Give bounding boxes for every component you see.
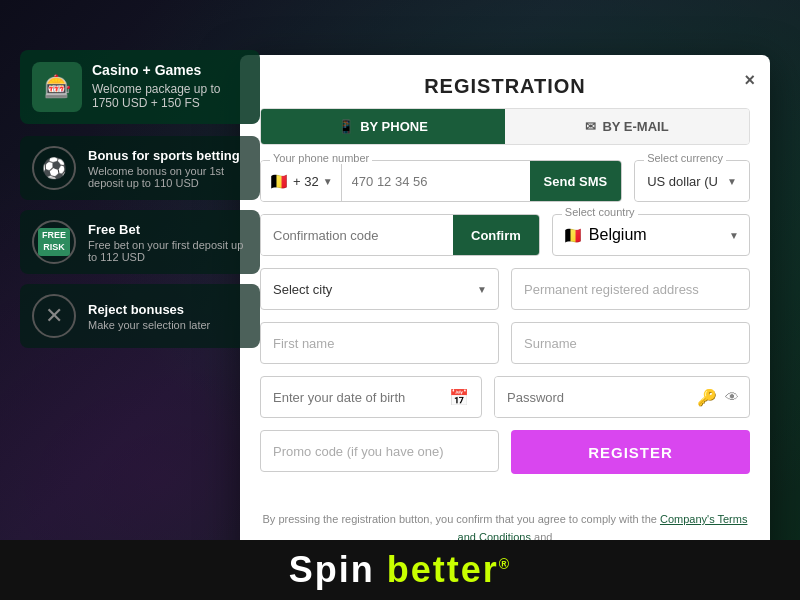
phone-label: Your phone number	[270, 152, 372, 164]
surname-input[interactable]	[511, 322, 750, 364]
phone-number-input[interactable]	[342, 161, 530, 201]
freebet-desc: Free bet on your first deposit up to 112…	[88, 239, 248, 263]
calendar-icon[interactable]: 📅	[449, 388, 469, 407]
bonus-reject[interactable]: ✕ Reject bonuses Make your selection lat…	[20, 284, 260, 348]
confirm-input-wrap: Confirm	[260, 214, 540, 256]
tab-email[interactable]: ✉ BY E-MAIL	[505, 109, 749, 144]
casino-subtitle: Welcome package up to 1750 USD + 150 FS	[92, 82, 248, 110]
register-group: REGISTER	[511, 430, 750, 474]
promo-group	[260, 430, 499, 474]
sports-title: Bonus for sports betting	[88, 148, 248, 163]
casino-icon: 🎰	[32, 62, 82, 112]
brand-pin: pin	[315, 549, 387, 590]
dob-wrap: 📅	[260, 376, 482, 418]
row-name	[260, 322, 750, 364]
phone-flag-select[interactable]: 🇧🇪 + 32 ▼	[261, 161, 342, 201]
sports-desc: Welcome bonus on your 1st deposit up to …	[88, 165, 248, 189]
phone-flag: 🇧🇪	[269, 172, 289, 191]
city-select[interactable]: Select city Brussels Antwerp Ghent	[260, 268, 499, 310]
bonus-sports: ⚽ Bonus for sports betting Welcome bonus…	[20, 136, 260, 200]
reject-desc: Make your selection later	[88, 319, 210, 331]
address-group	[511, 268, 750, 310]
country-group: Select country Belgium France Germany 🇧🇪…	[552, 214, 750, 256]
send-sms-button[interactable]: Send SMS	[530, 161, 622, 201]
dob-group: 📅	[260, 376, 482, 418]
brand-better: better	[387, 549, 499, 590]
modal-title: REGISTRATION	[424, 75, 586, 98]
brand-bar: Spin better®	[0, 540, 800, 600]
modal-header: REGISTRATION ×	[240, 55, 770, 108]
reject-icon: ✕	[32, 294, 76, 338]
reject-title: Reject bonuses	[88, 302, 210, 317]
dob-input[interactable]	[273, 390, 449, 405]
password-show-icon[interactable]: 🔑	[697, 388, 717, 407]
password-group: 🔑 👁	[494, 376, 750, 418]
casino-title: Casino + Games	[92, 62, 248, 78]
freebet-badge: FREERISK	[38, 228, 70, 255]
email-tab-icon: ✉	[585, 119, 596, 134]
tab-phone[interactable]: 📱 BY PHONE	[261, 109, 505, 144]
phone-input-row: 🇧🇪 + 32 ▼ Send SMS	[260, 160, 622, 202]
row-promo-register: REGISTER	[260, 430, 750, 474]
confirmation-code-input[interactable]	[261, 215, 453, 255]
password-toggle-icon[interactable]: 👁	[725, 389, 739, 405]
currency-select[interactable]: US dollar (USD) Euro (EUR) British Pound…	[635, 161, 749, 201]
phone-group: Your phone number 🇧🇪 + 32 ▼ Send SMS	[260, 160, 622, 202]
email-tab-label: BY E-MAIL	[602, 119, 668, 134]
currency-select-wrap: US dollar (USD) Euro (EUR) British Pound…	[634, 160, 750, 202]
country-select-wrap: Belgium France Germany 🇧🇪 Belgium ▼	[552, 214, 750, 256]
phone-code: + 32	[293, 174, 319, 189]
sidebar: 🎰 Casino + Games Welcome package up to 1…	[20, 50, 260, 358]
confirm-button[interactable]: Confirm	[453, 215, 539, 255]
password-input[interactable]	[495, 377, 687, 417]
freebet-title: Free Bet	[88, 222, 248, 237]
password-icons: 🔑 👁	[687, 377, 749, 417]
row-confirm-country: Confirm Select country Belgium France Ge…	[260, 214, 750, 256]
currency-group: Select currency US dollar (USD) Euro (EU…	[634, 160, 750, 202]
country-label: Select country	[562, 206, 638, 218]
firstname-input[interactable]	[260, 322, 499, 364]
password-wrap: 🔑 👁	[494, 376, 750, 418]
registration-modal: REGISTRATION × 📱 BY PHONE ✉ BY E-MAIL Yo…	[240, 55, 770, 579]
confirm-group: Confirm	[260, 214, 540, 256]
phone-chevron-icon: ▼	[323, 176, 333, 187]
surname-group	[511, 322, 750, 364]
row-phone-currency: Your phone number 🇧🇪 + 32 ▼ Send SMS Sel…	[260, 160, 750, 202]
sports-icon: ⚽	[32, 146, 76, 190]
firstname-group	[260, 322, 499, 364]
casino-card: 🎰 Casino + Games Welcome package up to 1…	[20, 50, 260, 124]
row-city-address: Select city Brussels Antwerp Ghent ▼	[260, 268, 750, 310]
footer-text: By pressing the registration button, you…	[263, 513, 657, 525]
row-dob-password: 📅 🔑 👁	[260, 376, 750, 418]
bonus-freebet: FREERISK Free Bet Free bet on your first…	[20, 210, 260, 274]
currency-label: Select currency	[644, 152, 726, 164]
registration-tabs: 📱 BY PHONE ✉ BY E-MAIL	[260, 108, 750, 145]
register-button[interactable]: REGISTER	[511, 430, 750, 474]
freebet-icon: FREERISK	[32, 220, 76, 264]
brand-s: S	[289, 549, 315, 590]
close-button[interactable]: ×	[744, 70, 755, 91]
address-input[interactable]	[511, 268, 750, 310]
registration-form: Your phone number 🇧🇪 + 32 ▼ Send SMS Sel…	[240, 160, 770, 501]
city-group: Select city Brussels Antwerp Ghent ▼	[260, 268, 499, 310]
phone-tab-icon: 📱	[338, 119, 354, 134]
phone-tab-label: BY PHONE	[360, 119, 428, 134]
promo-input[interactable]	[260, 430, 499, 472]
